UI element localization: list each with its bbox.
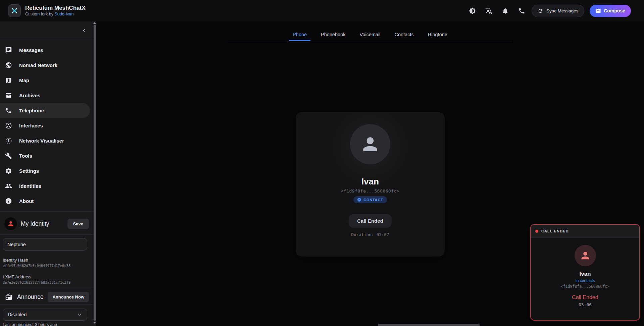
announce-section: Announce Announce Now [5, 292, 89, 302]
sidebar-item-archives[interactable]: Archives [0, 88, 90, 103]
sidebar-item-label: Messages [19, 47, 43, 53]
sidebar: Messages Nomad Network Map Archives Tele… [0, 21, 96, 326]
info-icon [5, 198, 12, 205]
sidebar-item-label: Settings [19, 168, 39, 174]
compose-button[interactable]: Compose [590, 5, 631, 17]
sidebar-item-label: Interfaces [19, 123, 43, 128]
announce-title: Announce [17, 293, 44, 301]
scroll-up-arrow[interactable] [93, 22, 96, 24]
scroll-down-arrow[interactable] [93, 322, 96, 324]
sync-messages-label: Sync Messages [546, 8, 578, 13]
call-contact-name: Ivan [361, 176, 379, 187]
notification-call-status: Call Ended [572, 294, 598, 301]
sidebar-scrollbar[interactable] [94, 25, 96, 321]
tab-phone[interactable]: Phone [286, 30, 314, 41]
chevron-left-icon [81, 28, 87, 34]
sidebar-item-interfaces[interactable]: Interfaces [0, 118, 90, 133]
map-icon [5, 77, 12, 84]
identity-hash-value: effe95b0482d7b6c04844977d17e0c36 [3, 264, 70, 268]
identity-name-input[interactable] [3, 238, 87, 251]
lxmf-address-value: 3e7e2e37621635587fb83a381c71c2f9 [3, 280, 70, 284]
tab-ringtone[interactable]: Ringtone [421, 30, 454, 41]
sidebar-item-label: Map [19, 77, 29, 83]
lxmf-address-label: LXMF Address [3, 274, 31, 279]
notification-contact-name: Ivan [579, 271, 591, 277]
sidebar-item-telephone[interactable]: Telephone [0, 103, 90, 118]
app-logo [8, 4, 21, 17]
tab-voicemail[interactable]: Voicemail [352, 30, 387, 41]
gear-icon [5, 167, 12, 174]
x-logo-icon [11, 7, 18, 14]
app-subtitle: Custom fork by Sudo-Ivan [25, 11, 85, 17]
identity-avatar [4, 217, 17, 230]
call-card: Ivan <f1d9f8fa...560860fc> CONTACT Call … [296, 112, 445, 257]
notification-avatar [575, 245, 596, 266]
notifications-icon[interactable] [502, 7, 509, 14]
sidebar-item-label: Telephone [19, 108, 44, 113]
people-icon [5, 182, 12, 189]
phone-header-icon[interactable] [518, 7, 525, 14]
network-visualiser-icon: ? [5, 137, 12, 144]
mail-icon [595, 8, 601, 14]
notification-call-duration: 03:06 [579, 302, 592, 307]
notification-header: CALL ENDED [531, 225, 639, 238]
app-window: Reticulum MeshChatX Custom fork by Sudo-… [0, 0, 644, 326]
sidebar-item-label: About [19, 198, 34, 204]
save-button[interactable]: Save [67, 219, 89, 229]
radio-icon [5, 293, 12, 301]
sidebar-item-label: Nomad Network [19, 62, 57, 68]
sidebar-divider [0, 211, 93, 212]
compose-label: Compose [604, 8, 625, 13]
my-identity-title: My Identity [21, 220, 49, 227]
announce-now-button[interactable]: Announce Now [48, 292, 89, 302]
sidebar-item-nomad-network[interactable]: Nomad Network [0, 58, 90, 73]
identity-hash-label: Identity Hash [3, 258, 28, 263]
sidebar-divider [0, 288, 93, 288]
sidebar-item-label: Identities [19, 183, 41, 189]
person-icon [7, 220, 14, 227]
sidebar-item-messages[interactable]: Messages [0, 43, 90, 58]
sidebar-item-settings[interactable]: Settings [0, 163, 90, 178]
sidebar-item-tools[interactable]: Tools [0, 148, 90, 163]
interfaces-icon [5, 122, 12, 129]
contact-badge: CONTACT [353, 196, 387, 203]
archive-icon [5, 92, 12, 99]
wrench-icon [5, 152, 12, 159]
brightness-icon[interactable] [469, 7, 476, 14]
red-dot-icon [535, 230, 538, 233]
verified-icon [357, 198, 361, 202]
sidebar-item-map[interactable]: Map [0, 73, 90, 88]
tab-phonebook[interactable]: Phonebook [314, 30, 352, 41]
sync-messages-button[interactable]: Sync Messages [532, 5, 584, 17]
call-status-button[interactable]: Call Ended [349, 214, 392, 228]
tab-contacts[interactable]: Contacts [388, 30, 421, 41]
sidebar-nav: Messages Nomad Network Map Archives Tele… [0, 43, 90, 209]
call-ended-notification[interactable]: CALL ENDED Ivan In contacts <f1d9f8fa...… [530, 224, 640, 321]
app-title: Reticulum MeshChatX [25, 4, 85, 11]
chat-icon [5, 47, 12, 54]
announce-interval-select[interactable]: Disabled [3, 309, 87, 321]
subtitle-author-link[interactable]: Sudo-Ivan [55, 12, 74, 16]
sidebar-item-identities[interactable]: Identities [0, 178, 90, 194]
notification-body: Ivan In contacts <f1d9f8fa...560860fc> C… [531, 238, 639, 307]
tabs-underline-rule [228, 41, 512, 41]
call-duration: Duration: 03:07 [351, 232, 389, 237]
telephone-tabs: Phone Phonebook Voicemail Contacts Ringt… [96, 30, 644, 41]
subtitle-text: Custom fork by [25, 12, 55, 16]
translate-icon[interactable] [485, 7, 492, 14]
contact-badge-label: CONTACT [363, 198, 383, 202]
in-contacts-link[interactable]: In contacts [575, 278, 595, 283]
sidebar-collapse-button[interactable] [81, 28, 87, 34]
refresh-icon [538, 8, 543, 14]
call-avatar [350, 124, 390, 164]
header-actions: Sync Messages Compose [459, 5, 644, 17]
sidebar-divider [0, 304, 93, 305]
app-header: Reticulum MeshChatX Custom fork by Sudo-… [0, 0, 644, 21]
chevron-down-icon [77, 312, 82, 317]
sidebar-item-about[interactable]: About [0, 194, 90, 209]
svg-text:?: ? [8, 139, 10, 143]
notification-header-label: CALL ENDED [541, 229, 569, 233]
person-icon [580, 250, 591, 261]
sidebar-item-network-visualiser[interactable]: ? Network Visualiser [0, 133, 90, 148]
horizontal-scrollbar[interactable] [378, 324, 480, 326]
